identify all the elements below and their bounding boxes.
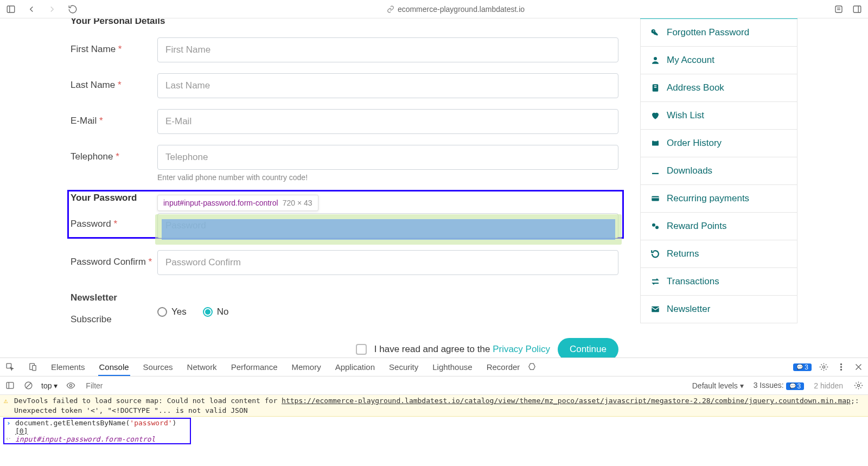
settings-gear-icon[interactable] <box>818 362 829 373</box>
agree-prefix: I have read and agree to the <box>374 344 493 354</box>
last-name-input[interactable] <box>157 73 618 98</box>
tab-application[interactable]: Application <box>334 359 376 375</box>
svg-point-25 <box>840 369 841 370</box>
console-output-line: input#input-password.form-control <box>5 435 189 443</box>
svg-rect-14 <box>652 196 659 201</box>
svg-point-24 <box>840 366 841 367</box>
device-toggle-icon[interactable] <box>27 362 38 373</box>
subscribe-yes-radio[interactable]: Yes <box>157 307 187 317</box>
svg-rect-13 <box>654 139 657 141</box>
browser-toolbar: ecommerce-playground.lambdatest.io <box>0 0 868 18</box>
telephone-input[interactable] <box>157 145 618 170</box>
account-sidebar: Forgotten Password My Account Address Bo… <box>640 18 797 358</box>
console-output[interactable]: DevTools failed to load source map: Coul… <box>0 395 868 466</box>
sidebar-item-address-book[interactable]: Address Book <box>640 74 797 102</box>
close-devtools-icon[interactable] <box>853 362 864 373</box>
devtools-tabs: Elements Console Sources Network Perform… <box>0 358 868 376</box>
sidebar-item-returns[interactable]: Returns <box>640 240 797 268</box>
reload-icon[interactable] <box>67 4 78 15</box>
sidebar-item-order-history[interactable]: Order History <box>640 130 797 157</box>
privacy-policy-link[interactable]: Privacy Policy <box>493 344 550 354</box>
inspect-tooltip: input#input-password.form-control720 × 4… <box>157 195 318 211</box>
back-icon[interactable] <box>26 4 37 15</box>
tab-sources[interactable]: Sources <box>142 359 174 375</box>
sidebar-item-reward-points[interactable]: Reward Points <box>640 213 797 240</box>
svg-rect-0 <box>7 6 15 12</box>
password-confirm-input[interactable] <box>157 250 618 275</box>
inspect-selector: input#input-password.form-control <box>163 199 278 207</box>
continue-button[interactable]: Continue <box>558 338 618 358</box>
section-personal-title: Your Personal Details <box>71 18 618 27</box>
url-bar[interactable]: ecommerce-playground.lambdatest.io <box>89 5 822 14</box>
section-password-title: Your Password <box>71 193 618 203</box>
tab-security[interactable]: Security <box>388 359 419 375</box>
first-name-input[interactable] <box>157 37 618 62</box>
console-sidebar-toggle-icon[interactable] <box>4 380 15 391</box>
console-settings-gear-icon[interactable] <box>853 380 864 391</box>
svg-rect-5 <box>853 6 861 12</box>
sidebar-item-my-account[interactable]: My Account <box>640 47 797 74</box>
telephone-label: Telephone <box>71 151 113 162</box>
console-live-highlight: document.getElementsByName('password')[0… <box>3 418 191 444</box>
sidebar-toggle-icon[interactable] <box>5 4 16 15</box>
password-label: Password <box>71 219 111 229</box>
context-selector[interactable]: top ▾ <box>41 381 58 390</box>
sidebar-item-newsletter[interactable]: Newsletter <box>640 296 797 323</box>
agree-checkbox[interactable] <box>356 344 367 355</box>
registration-form: Your Personal Details First Name * Last … <box>71 18 618 358</box>
tab-recorder[interactable]: Recorder <box>486 359 521 375</box>
svg-point-33 <box>857 384 859 386</box>
live-expression-icon[interactable] <box>65 380 76 391</box>
first-name-label: First Name <box>71 44 116 54</box>
inspect-overlay <box>155 214 622 245</box>
inspect-dimensions: 720 × 43 <box>283 199 312 207</box>
inspect-element-icon[interactable] <box>4 362 15 373</box>
sidebar-item-downloads[interactable]: Downloads <box>640 157 797 185</box>
sidebar-item-forgotten-password[interactable]: Forgotten Password <box>640 19 797 47</box>
issues-count-badge: 3 <box>786 382 805 390</box>
issues-summary[interactable]: 3 Issues: 3 <box>754 381 805 390</box>
console-input-line: document.getElementsByName('password')[0… <box>5 419 189 435</box>
tab-elements[interactable]: Elements <box>50 359 86 375</box>
password-confirm-label: Password Confirm <box>71 257 146 267</box>
svg-point-8 <box>654 57 657 60</box>
share-icon[interactable] <box>833 4 844 15</box>
subscribe-label: Subscribe <box>71 314 112 324</box>
log-levels-dropdown[interactable]: Default levels ▾ <box>692 381 744 390</box>
sidebar-item-transactions[interactable]: Transactions <box>640 268 797 296</box>
svg-rect-21 <box>32 366 35 371</box>
tab-performance[interactable]: Performance <box>230 359 279 375</box>
svg-point-23 <box>840 363 841 365</box>
telephone-help: Enter valid phone number with country co… <box>157 173 618 182</box>
messages-badge[interactable]: 3 <box>793 363 812 371</box>
tab-memory[interactable]: Memory <box>291 359 322 375</box>
subscribe-no-radio[interactable]: No <box>203 307 229 317</box>
sidebar-item-wish-list[interactable]: Wish List <box>640 102 797 130</box>
console-toolbar: top ▾ Default levels ▾ 3 Issues: 3 2 hid… <box>0 376 868 395</box>
sourcemap-url-link[interactable]: https://ecommerce-playground.lambdatest.… <box>282 397 851 405</box>
clear-console-icon[interactable] <box>23 380 34 391</box>
last-name-label: Last Name <box>71 80 115 90</box>
tab-console[interactable]: Console <box>98 359 130 376</box>
svg-rect-28 <box>7 382 14 388</box>
tab-lighthouse[interactable]: Lighthouse <box>431 359 473 375</box>
svg-rect-2 <box>835 6 842 12</box>
svg-point-17 <box>655 226 659 229</box>
section-newsletter-title: Newsletter <box>71 292 157 303</box>
svg-point-32 <box>69 384 72 386</box>
console-warning-line: DevTools failed to load source map: Coul… <box>0 395 868 417</box>
hidden-count[interactable]: 2 hidden <box>814 381 843 390</box>
more-vert-icon[interactable] <box>835 362 846 373</box>
sidebar-item-recurring-payments[interactable]: Recurring payments <box>640 185 797 213</box>
email-label: E-Mail <box>71 116 97 126</box>
svg-point-7 <box>653 30 654 31</box>
console-filter-input[interactable] <box>84 380 684 391</box>
svg-line-31 <box>26 383 31 388</box>
svg-point-16 <box>652 224 655 227</box>
recorder-beta-icon <box>526 362 537 373</box>
email-input[interactable] <box>157 109 618 134</box>
svg-rect-12 <box>652 141 659 146</box>
forward-icon <box>47 4 58 15</box>
tab-network[interactable]: Network <box>186 359 218 375</box>
panel-right-icon[interactable] <box>852 4 863 15</box>
